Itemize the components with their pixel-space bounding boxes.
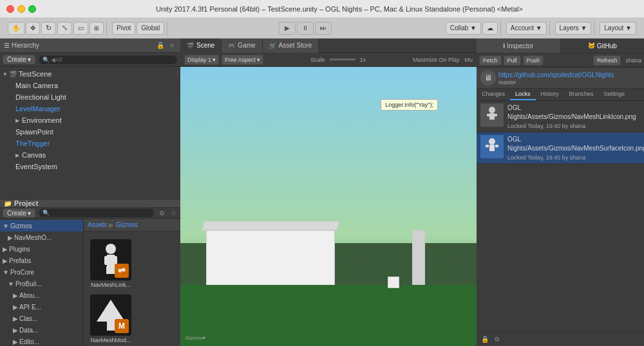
move-tool-button[interactable]	[26, 22, 40, 35]
axes-label: Gizmos▾	[185, 335, 205, 341]
file-navmeshlink[interactable]: ⇌ NavMeshLink...	[88, 238, 134, 289]
hierarchy-item-event-system[interactable]: EventSystem	[0, 161, 180, 172]
rect-tool-button[interactable]	[73, 22, 88, 35]
github-tab[interactable]: 🐱 GitHub	[561, 39, 645, 53]
account-button[interactable]: Account ▼	[506, 22, 547, 35]
folder-icon: ▶	[3, 246, 8, 253]
scene-viewport[interactable]: Logger.Info("Yay"); Gizmos▾	[180, 67, 477, 346]
cloud-button[interactable]: ☁	[482, 22, 498, 35]
step-button[interactable]: ⏭	[315, 22, 332, 35]
svg-rect-27	[489, 113, 495, 120]
refresh-button[interactable]: Refresh	[593, 55, 621, 66]
branches-tab[interactable]: Branches	[564, 89, 599, 100]
hierarchy-item-level-manager[interactable]: LevelManager	[0, 103, 180, 114]
scene-cube	[388, 277, 399, 288]
breadcrumb-gizmos[interactable]: Gizmos	[116, 221, 138, 228]
hierarchy-menu-icon[interactable]: ≡	[167, 41, 176, 50]
pause-button[interactable]: ⏸	[297, 22, 314, 35]
push-button[interactable]: Push	[523, 55, 544, 66]
breadcrumb-assets[interactable]: Assets	[88, 221, 107, 228]
display-select[interactable]: Display 1 ▾	[184, 55, 219, 65]
collab-button[interactable]: Collab ▼	[446, 22, 481, 35]
global-button[interactable]: Global	[137, 22, 164, 35]
hierarchy-item-main-camera[interactable]: Main Camera	[0, 80, 180, 91]
aspect-label: Free Aspect	[225, 57, 256, 63]
aspect-select[interactable]: Free Aspect ▾	[222, 55, 263, 65]
hierarchy-item-spawn-point[interactable]: SpawnPoint	[0, 126, 180, 138]
main-layout: ☰ Hierarchy 🔒 ≡ Create ▾ 🔍 ◀All	[0, 39, 644, 346]
folder-prefabs[interactable]: ▶ Prefabs	[0, 255, 83, 266]
project-settings-icon[interactable]: ⚙	[157, 208, 166, 217]
folder-api[interactable]: ▶ API E...	[0, 301, 83, 313]
layout-button[interactable]: Layout ▼	[600, 22, 636, 35]
asset-store-tab[interactable]: 🛒 Asset Store	[263, 39, 319, 53]
game-tab[interactable]: 🎮 Game	[222, 39, 262, 53]
hierarchy-item-the-trigger[interactable]: TheTrigger	[0, 138, 180, 149]
svg-rect-11	[107, 322, 115, 331]
main-toolbar: ⊞ Pivot Global ▶ ⏸ ⏭ Collab ▼ ☁ Account …	[0, 18, 644, 39]
folder-navmesh[interactable]: ▶ NavMeshO...	[0, 232, 83, 243]
project-toolbar: Create ▾ ⚙ ☆	[0, 208, 180, 219]
github-lock-icon[interactable]: 🔒	[480, 334, 489, 343]
folder-editor[interactable]: ▶ Edito...	[0, 336, 83, 346]
hand-tool-button[interactable]	[8, 22, 24, 35]
folder-classes[interactable]: ▶ Clas...	[0, 313, 83, 324]
layers-button[interactable]: Layers ▼	[555, 22, 592, 35]
lock-meta: Locked Today, 19:40 by shana	[507, 123, 640, 129]
right-column: ℹ Inspector 🐱 GitHub Fetch Pull Push Ref…	[477, 39, 644, 346]
fetch-button[interactable]: Fetch	[479, 55, 502, 66]
pull-button[interactable]: Pull	[504, 55, 521, 66]
hierarchy-item-environment[interactable]: ▶ Environment	[0, 114, 180, 126]
asset-store-tab-label: Asset Store	[279, 42, 312, 49]
project-search-input[interactable]	[38, 208, 155, 218]
folder-procore[interactable]: ▼ ProCore	[0, 266, 83, 278]
lock-item-navmeshlink[interactable]: OGL Nights/Assets/Gizmos/NavMeshLinkIcon…	[477, 101, 644, 132]
project-create-button[interactable]: Create ▾	[3, 208, 35, 218]
history-tab[interactable]: History	[536, 89, 564, 100]
folder-about[interactable]: ▶ Abou...	[0, 289, 83, 301]
rotate-tool-button[interactable]	[41, 22, 56, 35]
folder-plugins[interactable]: ▶ Plugins	[0, 243, 83, 255]
cloud-icon: ☁	[487, 24, 493, 32]
maximize-button[interactable]	[28, 5, 36, 13]
rect-icon	[78, 24, 84, 32]
hierarchy-item-directional-light[interactable]: Directional Light	[0, 91, 180, 103]
project-star-icon[interactable]: ☆	[169, 208, 178, 217]
folder-icon: ▼	[3, 269, 9, 276]
lock-item-navmeshsurface[interactable]: OGL Nights/Assets/Gizmos/NavMeshSurfaceI…	[477, 132, 644, 164]
hierarchy-item-canvas[interactable]: ▶ Canvas	[0, 149, 180, 161]
locks-tab[interactable]: Locks	[510, 89, 536, 100]
hierarchy-create-button[interactable]: Create ▾	[3, 55, 35, 64]
settings-tab[interactable]: Settings	[599, 89, 630, 100]
hierarchy-content: ▼ 🎬 TestScene ⋮ Main Camera Directional …	[0, 67, 180, 199]
pivot-button[interactable]: Pivot	[112, 22, 135, 35]
scale-slider[interactable]	[330, 59, 355, 60]
folder-probuilder[interactable]: ▼ ProBuil...	[0, 278, 83, 289]
scale-tool-button[interactable]	[57, 22, 72, 35]
hierarchy-search[interactable]: 🔍 ◀All	[38, 55, 178, 65]
github-settings-icon[interactable]: ⚙	[492, 334, 501, 343]
move-icon	[30, 24, 35, 32]
repo-url[interactable]: https://github.com/spoiledcat/OGLNights	[498, 71, 640, 79]
lock-thumb-svg	[480, 104, 504, 127]
github-toolbar: Fetch Pull Push Refresh shana	[477, 53, 644, 68]
folder-icon: ▶	[13, 304, 18, 311]
scene-tab-icon: 🎬	[187, 42, 194, 49]
file-navmeshmod[interactable]: M NavMeshMod...	[88, 293, 134, 345]
hierarchy-tab[interactable]: ☰ Hierarchy	[4, 42, 39, 49]
folder-gizmos[interactable]: ▼ Gizmos	[0, 220, 83, 232]
folder-data[interactable]: ▶ Data...	[0, 324, 83, 336]
play-button[interactable]: ▶	[279, 22, 296, 35]
scene-tab-label: Scene	[196, 42, 214, 49]
transform-tool-button[interactable]: ⊞	[90, 22, 104, 35]
lock-thumbnail	[480, 104, 504, 127]
changes-tab[interactable]: Changes	[477, 89, 510, 100]
inspector-tab[interactable]: ℹ Inspector	[477, 39, 561, 53]
minimize-button[interactable]	[17, 5, 25, 13]
svg-point-26	[489, 107, 495, 113]
scene-tab[interactable]: 🎬 Scene	[180, 39, 222, 53]
hierarchy-lock-icon[interactable]: 🔒	[156, 41, 165, 50]
hierarchy-scene-root[interactable]: ▼ 🎬 TestScene ⋮	[0, 68, 180, 80]
close-button[interactable]	[6, 5, 14, 13]
display-label: Display 1	[187, 57, 211, 63]
